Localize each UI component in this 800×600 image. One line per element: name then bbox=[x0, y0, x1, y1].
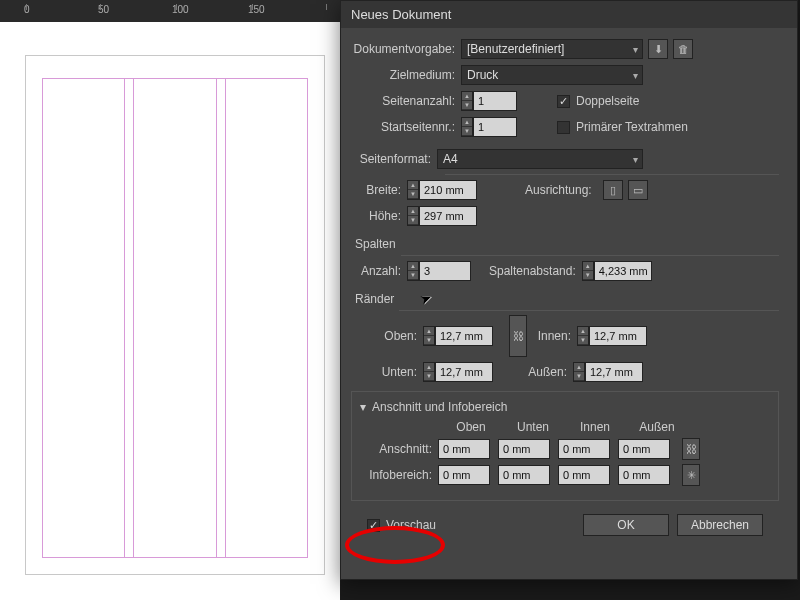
columns-count-stepper[interactable]: ▲▼ bbox=[407, 261, 471, 281]
margin-inside-stepper[interactable]: ▲▼ bbox=[577, 326, 647, 346]
bleed-outside-input[interactable] bbox=[618, 439, 670, 459]
ok-button[interactable]: OK bbox=[583, 514, 669, 536]
column-guide bbox=[124, 78, 125, 558]
margins-link-icon[interactable]: ⛓ bbox=[509, 315, 527, 357]
width-label: Breite: bbox=[351, 183, 407, 197]
margin-inside-label: Innen: bbox=[527, 329, 577, 343]
gutter-label: Spaltenabstand: bbox=[489, 264, 582, 278]
bleed-legend: Anschnitt und Infobereich bbox=[372, 400, 507, 414]
preset-label: Dokumentvorgabe: bbox=[351, 42, 461, 56]
pageformat-label: Seitenformat: bbox=[351, 152, 437, 166]
bleed-inside-input[interactable] bbox=[558, 439, 610, 459]
new-document-dialog: Neues Dokument Dokumentvorgabe: [Benutze… bbox=[340, 0, 798, 580]
margin-top-label: Oben: bbox=[351, 329, 423, 343]
pages-stepper[interactable]: ▲▼ bbox=[461, 91, 517, 111]
slug-outside-input[interactable] bbox=[618, 465, 670, 485]
bleed-link-icon[interactable]: ⛓ bbox=[682, 438, 700, 460]
preset-select[interactable]: [Benutzerdefiniert] bbox=[461, 39, 643, 59]
columns-legend: Spalten bbox=[351, 237, 779, 251]
width-stepper[interactable]: ▲▼ bbox=[407, 180, 477, 200]
pageformat-select[interactable]: A4 bbox=[437, 149, 643, 169]
height-label: Höhe: bbox=[351, 209, 407, 223]
slug-link-icon[interactable]: ✳ bbox=[682, 464, 700, 486]
orientation-portrait-icon[interactable]: ▯ bbox=[603, 180, 623, 200]
intent-label: Zielmedium: bbox=[351, 68, 461, 82]
columns-count-label: Anzahl: bbox=[351, 264, 407, 278]
bleed-bottom-input[interactable] bbox=[498, 439, 550, 459]
horizontal-ruler: 0 50 100 150 bbox=[0, 0, 340, 22]
startpage-stepper[interactable]: ▲▼ bbox=[461, 117, 517, 137]
bleed-label: Anschnitt: bbox=[360, 442, 438, 456]
bleed-head-top: Oben bbox=[440, 420, 502, 434]
bleed-head-inside: Innen bbox=[564, 420, 626, 434]
delete-preset-icon[interactable]: 🗑 bbox=[673, 39, 693, 59]
height-stepper[interactable]: ▲▼ bbox=[407, 206, 477, 226]
facing-pages-checkbox[interactable]: ✓ Doppelseite bbox=[557, 94, 639, 108]
gutter-stepper[interactable]: ▲▼ bbox=[582, 261, 652, 281]
margin-outside-label: Außen: bbox=[523, 365, 573, 379]
slug-label: Infobereich: bbox=[360, 468, 438, 482]
bleed-fieldset: ▾ Anschnitt und Infobereich Oben Unten I… bbox=[351, 391, 779, 501]
pages-label: Seitenanzahl: bbox=[351, 94, 461, 108]
cancel-button[interactable]: Abbrechen bbox=[677, 514, 763, 536]
primary-textframe-checkbox[interactable]: Primärer Textrahmen bbox=[557, 120, 688, 134]
bleed-top-input[interactable] bbox=[438, 439, 490, 459]
margin-bottom-stepper[interactable]: ▲▼ bbox=[423, 362, 493, 382]
slug-bottom-input[interactable] bbox=[498, 465, 550, 485]
margin-guides bbox=[42, 78, 308, 558]
dialog-title: Neues Dokument bbox=[341, 1, 797, 28]
margin-bottom-label: Unten: bbox=[351, 365, 423, 379]
column-guide bbox=[216, 78, 217, 558]
startpage-label: Startseitennr.: bbox=[351, 120, 461, 134]
bleed-head-outside: Außen bbox=[626, 420, 688, 434]
slug-top-input[interactable] bbox=[438, 465, 490, 485]
disclosure-triangle-icon[interactable]: ▾ bbox=[360, 400, 366, 414]
margin-outside-stepper[interactable]: ▲▼ bbox=[573, 362, 643, 382]
margins-legend: Ränder bbox=[351, 292, 779, 306]
column-guide bbox=[225, 78, 226, 558]
intent-select[interactable]: Druck bbox=[461, 65, 643, 85]
orientation-landscape-icon[interactable]: ▭ bbox=[628, 180, 648, 200]
save-preset-icon[interactable]: ⬇ bbox=[648, 39, 668, 59]
slug-inside-input[interactable] bbox=[558, 465, 610, 485]
orientation-label: Ausrichtung: bbox=[525, 183, 598, 197]
column-guide bbox=[133, 78, 134, 558]
margin-top-stepper[interactable]: ▲▼ bbox=[423, 326, 493, 346]
bleed-head-bottom: Unten bbox=[502, 420, 564, 434]
preview-checkbox[interactable]: ✓ Vorschau bbox=[367, 518, 436, 532]
